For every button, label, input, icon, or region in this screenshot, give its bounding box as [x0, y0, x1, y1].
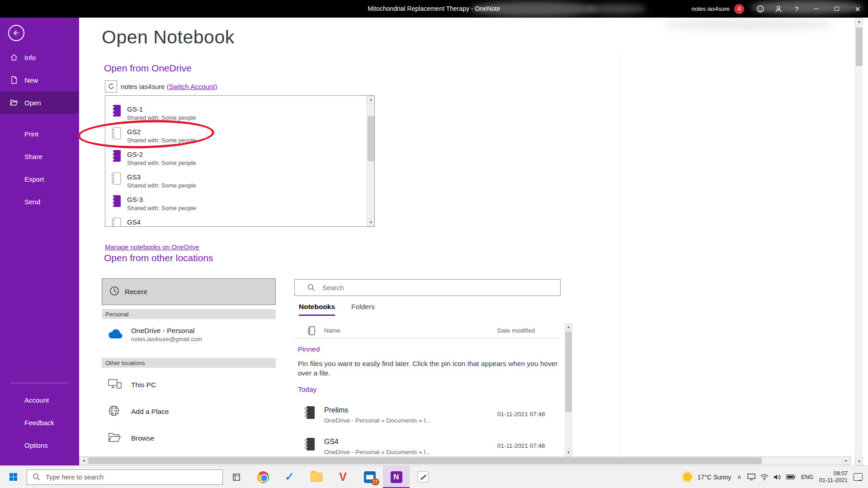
start-button[interactable] [0, 466, 27, 488]
taskbar-app-red-v[interactable]: V [330, 466, 356, 488]
maximize-button[interactable] [826, 0, 847, 18]
back-button[interactable] [8, 25, 24, 41]
file-row-gs4[interactable]: GS4 OneDrive - Personal » Documents » I.… [294, 436, 561, 456]
monitor-tray-icon[interactable] [747, 474, 755, 480]
sidebar-item-feedback[interactable]: Feedback [0, 411, 79, 434]
windows-logo-icon [9, 473, 17, 481]
sidebar-item-new[interactable]: New [0, 69, 79, 91]
notebook-file-icon [304, 437, 315, 453]
taskbar-app-onenote[interactable]: N [383, 466, 410, 488]
help-button[interactable]: ? [788, 0, 806, 18]
feedback-smiley-icon[interactable] [751, 0, 769, 18]
sidebar-item-options[interactable]: Options [0, 434, 79, 456]
sidebar-item-label: Info [24, 54, 36, 61]
manage-notebooks-link[interactable]: Manage notebooks on OneDrive [105, 244, 199, 251]
purple-notebook-icon [111, 195, 121, 209]
sidebar-item-account[interactable]: Account [0, 389, 79, 411]
sidebar-item-share[interactable]: Share [0, 145, 79, 168]
browse-item[interactable]: Browse [102, 425, 276, 451]
language-indicator[interactable]: ENG [801, 474, 813, 480]
sidebar-item-label: Export [24, 175, 44, 183]
notebook-row[interactable]: Shared with: Some people [105, 95, 367, 103]
pc-icon [108, 379, 122, 391]
scroll-down-arrow[interactable]: ▼ [565, 449, 572, 456]
tab-folders[interactable]: Folders [351, 303, 375, 316]
sidebar-item-export[interactable]: Export [0, 168, 79, 190]
this-pc-item[interactable]: This PC [102, 371, 276, 398]
sidebar-item-send[interactable]: Send [0, 190, 79, 213]
search-input[interactable] [321, 283, 560, 292]
notebook-row[interactable]: GS4 [105, 216, 367, 227]
file-browser-tabs: Notebooks Folders [299, 303, 375, 316]
speaker-icon[interactable] [774, 474, 781, 480]
window-horizontal-scrollbar[interactable]: ◄ ► [79, 456, 851, 465]
window-vertical-scrollbar[interactable]: ▲ ▼ [855, 18, 863, 465]
checkmark-app-icon: ✓ [284, 471, 295, 483]
notebook-row[interactable]: GS-1 Shared with: Some people [105, 103, 367, 126]
file-list-header: Name Date modified [294, 324, 561, 338]
search-icon [33, 473, 40, 481]
scroll-right-arrow[interactable]: ► [842, 457, 850, 465]
location-title: Add a Place [131, 408, 169, 416]
titlebar-account-name[interactable]: notes ias4sure [691, 5, 730, 12]
scroll-left-arrow[interactable]: ◄ [80, 457, 88, 465]
task-view-icon [231, 472, 241, 482]
taskbar-app-todo[interactable]: ✓ [276, 466, 303, 488]
notification-count-badge[interactable]: 4 [734, 4, 744, 14]
notebook-row[interactable]: GS-2 Shared with: Some people [105, 149, 367, 171]
purple-notebook-icon [111, 95, 121, 96]
file-list-scrollbar[interactable]: ▲ ▼ [565, 323, 572, 456]
scrollbar-thumb[interactable] [856, 28, 863, 66]
notebook-file-icon [308, 326, 315, 337]
scroll-down-arrow[interactable]: ▼ [855, 458, 863, 465]
taskbar-app-pen[interactable] [410, 466, 436, 488]
sidebar-item-print[interactable]: Print [0, 122, 79, 145]
scrollbar-thumb[interactable] [88, 457, 762, 464]
tab-notebooks[interactable]: Notebooks [299, 303, 335, 316]
scroll-down-arrow[interactable]: ▼ [367, 219, 375, 226]
minimize-button[interactable] [806, 0, 826, 18]
add-a-place-item[interactable]: Add a Place [102, 398, 276, 425]
sidebar-divider [10, 383, 68, 383]
notebook-row[interactable]: GS-3 Shared with: Some people [105, 194, 367, 216]
weather-text[interactable]: 17°C Sunny [698, 474, 731, 481]
column-header-date-modified[interactable]: Date modified [497, 327, 535, 334]
scroll-up-arrow[interactable]: ▲ [855, 18, 863, 25]
onedrive-personal-item[interactable]: OneDrive - Personal notes.ias4sure@gmail… [102, 323, 276, 348]
notebook-list-scrollbar[interactable]: ▲ ▼ [367, 96, 374, 226]
browse-folder-icon [108, 432, 121, 444]
refresh-button[interactable] [105, 80, 117, 93]
notebook-row[interactable]: GS3 Shared with: Some people [105, 171, 367, 194]
clock[interactable]: 09:07 01-11-2021 [819, 470, 848, 484]
scroll-up-arrow[interactable]: ▲ [565, 323, 572, 331]
file-row-prelims[interactable]: Prelims OneDrive - Personal » Documents … [294, 405, 561, 431]
task-view-button[interactable] [223, 466, 250, 488]
taskbar-app-chrome[interactable] [250, 466, 276, 488]
recent-button[interactable]: Recent [102, 278, 276, 305]
close-button[interactable]: × [847, 0, 868, 18]
wifi-icon[interactable] [760, 474, 769, 480]
sidebar-item-open[interactable]: Open [0, 91, 79, 114]
action-center-icon[interactable] [854, 473, 863, 481]
taskbar-app-mail[interactable]: 27 [356, 466, 383, 488]
taskbar-search-input[interactable] [45, 473, 222, 481]
battery-icon[interactable] [786, 474, 795, 479]
home-icon [10, 53, 18, 61]
switch-account-link[interactable]: (Switch Account) [167, 83, 217, 90]
tray-expand-chevron-icon[interactable]: ∧ [737, 474, 741, 480]
white-notebook-icon [111, 172, 121, 187]
sidebar-item-label: New [24, 76, 38, 84]
column-header-name[interactable]: Name [324, 327, 340, 334]
taskbar-search-box[interactable] [27, 469, 223, 485]
sidebar-item-info[interactable]: Info [0, 46, 79, 69]
scrollbar-thumb[interactable] [368, 116, 374, 161]
account-person-icon[interactable] [769, 0, 788, 18]
scroll-up-arrow[interactable]: ▲ [367, 96, 375, 103]
notebook-row-gs2[interactable]: GS2 Shared with: Some people [105, 126, 367, 149]
taskbar-app-file-explorer[interactable] [303, 466, 330, 488]
white-notebook-icon [111, 217, 121, 227]
search-box[interactable] [294, 279, 561, 296]
scrollbar-thumb[interactable] [565, 332, 572, 412]
weather-sun-icon[interactable] [683, 473, 692, 481]
notebook-shared-label: Shared with: Some people [127, 136, 367, 145]
